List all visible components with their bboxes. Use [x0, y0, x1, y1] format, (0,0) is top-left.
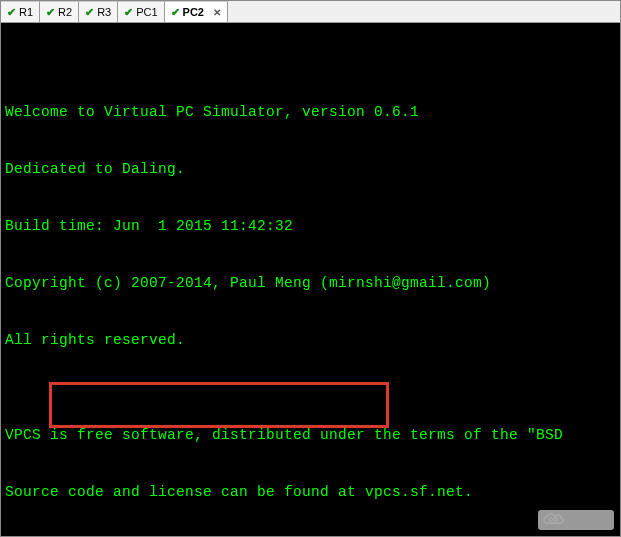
terminal-line: Build time: Jun 1 2015 11:42:32	[5, 217, 616, 236]
tab-pc2[interactable]: ✔ PC2 ✕	[165, 1, 228, 22]
cloud-icon	[542, 512, 564, 529]
tab-r2[interactable]: ✔ R2	[40, 1, 79, 22]
watermark: 亿速云	[538, 510, 614, 530]
terminal-line: Copyright (c) 2007-2014, Paul Meng (mirn…	[5, 274, 616, 293]
terminal-line: Welcome to Virtual PC Simulator, version…	[5, 103, 616, 122]
close-icon[interactable]: ✕	[213, 7, 221, 18]
svg-point-1	[554, 517, 557, 520]
terminal-output[interactable]: Welcome to Virtual PC Simulator, version…	[1, 23, 620, 536]
tab-r3[interactable]: ✔ R3	[79, 1, 118, 22]
check-icon: ✔	[7, 6, 16, 19]
tab-pc1[interactable]: ✔ PC1	[118, 1, 164, 22]
terminal-line: All rights reserved.	[5, 331, 616, 350]
tab-bar: ✔ R1 ✔ R2 ✔ R3 ✔ PC1 ✔ PC2 ✕	[1, 1, 620, 23]
tab-label: PC2	[183, 6, 204, 18]
check-icon: ✔	[124, 6, 133, 19]
check-icon: ✔	[171, 6, 180, 19]
watermark-text: 亿速云	[568, 511, 610, 529]
tab-r1[interactable]: ✔ R1	[1, 1, 40, 22]
terminal-line: Dedicated to Daling.	[5, 160, 616, 179]
terminal-line: VPCS is free software, distributed under…	[5, 426, 616, 445]
check-icon: ✔	[46, 6, 55, 19]
tab-label: R1	[19, 6, 33, 18]
tab-label: PC1	[136, 6, 157, 18]
terminal-line: Source code and license can be found at …	[5, 483, 616, 502]
tab-label: R2	[58, 6, 72, 18]
svg-point-0	[549, 517, 552, 520]
tab-label: R3	[97, 6, 111, 18]
check-icon: ✔	[85, 6, 94, 19]
